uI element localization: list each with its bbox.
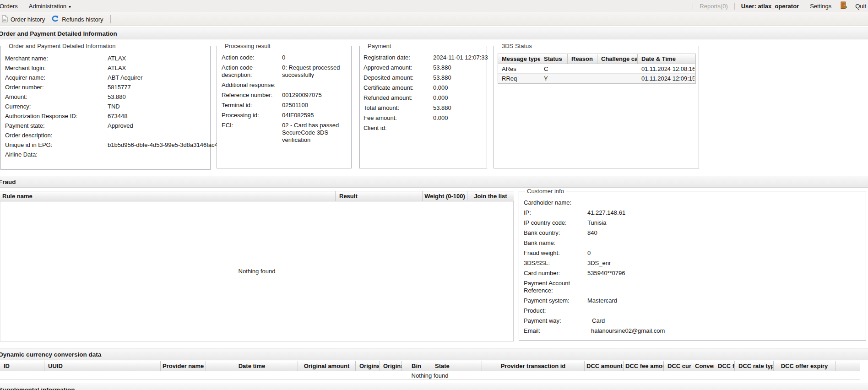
column-header[interactable]: ID (0, 361, 44, 371)
column-header[interactable]: Date time (206, 361, 298, 371)
menubar-item-quit[interactable]: Quit (850, 3, 868, 10)
menubar-item-administration[interactable]: Administration▾ (23, 3, 76, 10)
field-value (587, 306, 861, 316)
field-label: Cardholder name: (524, 198, 587, 208)
field-label: Payment system: (524, 296, 587, 306)
field-value: 0 (587, 248, 861, 258)
column-header[interactable]: Challenge cancel (597, 54, 638, 64)
user-label: User: atlax_operator (736, 3, 804, 10)
cell-status: C (540, 64, 568, 73)
column-header[interactable]: State (431, 361, 482, 371)
field-label: Product: (524, 306, 587, 316)
dcc-table: ID UUID Provider name Date time Original… (0, 361, 860, 380)
column-header[interactable]: Provider transaction id (482, 361, 585, 371)
divider (734, 3, 735, 10)
refunds-history-button[interactable]: Refunds history (49, 14, 108, 25)
panel-payment-legend: Payment (365, 43, 393, 49)
menu-bar: Orders Administration▾ Reports(0) User: … (0, 0, 868, 12)
field-label: Fee amount: (363, 113, 433, 123)
refresh-arrow-icon (51, 15, 59, 24)
column-header[interactable]: Rule name (0, 191, 336, 201)
field-value: 02501100 (282, 100, 347, 110)
field-label: Certificate amount: (363, 83, 433, 93)
field-label: Total amount: (363, 103, 433, 113)
column-header[interactable]: Original amount (298, 361, 356, 371)
field-value: 53.880 (433, 103, 488, 113)
menubar-item-orders[interactable]: Orders (0, 3, 23, 10)
field-value: 53.880 (108, 92, 218, 102)
panel-three-ds-status-legend: 3DS Status (499, 43, 534, 49)
dcc-table-body: Nothing found (0, 371, 860, 380)
field-label: Payment way: (524, 316, 587, 326)
panel-customer-info: Customer info Cardholder name: IP:41.227… (519, 191, 866, 341)
column-header-filler (835, 361, 860, 371)
chevron-down-icon: ▾ (69, 4, 71, 9)
section-header-fraud: Fraud (0, 176, 868, 188)
field-label: Action code description: (222, 63, 282, 80)
field-label: Reference number: (222, 90, 282, 100)
field-value (282, 80, 347, 90)
column-header[interactable]: Message type (498, 54, 540, 64)
column-header[interactable]: Status (540, 54, 568, 64)
menubar-item-settings[interactable]: Settings (804, 3, 837, 10)
field-label: Acquirer name: (5, 73, 108, 82)
field-value: ATLAX (108, 63, 218, 73)
field-label: Additional response: (222, 80, 282, 90)
field-label: Payment Account Reference: (524, 278, 587, 296)
field-value: 53.880 (433, 73, 488, 83)
field-label: Unique id in EPG: (5, 140, 108, 150)
field-label: Terminal id: (222, 100, 282, 110)
column-header[interactable]: DCC fee amount (624, 361, 664, 371)
column-header[interactable]: Original c (380, 361, 402, 371)
column-header[interactable]: Weight (0-100) (423, 191, 467, 201)
column-header[interactable]: Bin (402, 361, 431, 371)
field-value (587, 278, 861, 296)
column-header[interactable]: UUID (44, 361, 161, 371)
exit-door-icon[interactable] (841, 1, 848, 11)
field-value: Tunisia (587, 218, 861, 228)
section-header-supplemental: Supplemental information (0, 384, 868, 390)
cell-date-time: 01.11.2024 12:08:16 (638, 64, 694, 73)
field-value (108, 150, 218, 159)
field-value (433, 123, 488, 133)
field-label: Merchant login: (5, 63, 108, 73)
field-value: 535940**0796 (587, 268, 861, 278)
column-header[interactable]: DCC rate type (735, 361, 774, 371)
panel-order-info-legend: Order and Payment Detailed Information (6, 43, 118, 49)
refunds-history-label: Refunds history (62, 16, 103, 23)
cell-date-time: 01.11.2024 12:09:15 (638, 74, 694, 83)
fraud-table-header: Rule name Result Weight (0-100) Join the… (0, 191, 514, 201)
column-header[interactable]: DCC amount (585, 361, 624, 371)
field-value: 0.000 (433, 113, 488, 123)
menubar-item-reports[interactable]: Reports(0) (694, 3, 733, 10)
cell-status: Y (540, 74, 568, 83)
field-label: Client id: (363, 123, 433, 133)
field-value: Mastercard (587, 296, 861, 306)
table-row[interactable]: RReq Y 01.11.2024 12:09:15 (498, 74, 695, 83)
column-header[interactable]: Date & Time (638, 54, 694, 64)
field-label: Order number: (5, 82, 108, 92)
column-header[interactable]: Result (336, 191, 423, 201)
field-value: 840 (587, 228, 861, 238)
field-value: TND (108, 102, 218, 111)
column-header[interactable]: DCC offer expiry (774, 361, 835, 371)
field-label: Merchant name: (5, 54, 108, 63)
column-header[interactable]: Original f (356, 361, 380, 371)
field-value (587, 238, 861, 248)
fraud-table: Rule name Result Weight (0-100) Join the… (0, 191, 514, 341)
column-header[interactable]: DCC fee (714, 361, 735, 371)
field-label: Order description: (5, 130, 108, 140)
order-history-button[interactable]: Order history (0, 14, 49, 25)
column-header[interactable]: Provider name (161, 361, 206, 371)
column-header[interactable]: DCC curr (664, 361, 691, 371)
field-label: ECI: (222, 120, 282, 145)
panel-processing-result-legend: Processing result (222, 43, 273, 49)
divider (110, 15, 111, 23)
cell-challenge-cancel (597, 64, 638, 73)
column-header[interactable]: Reason (568, 54, 597, 64)
column-header[interactable]: Conversi (691, 361, 714, 371)
column-header[interactable]: Join the list (467, 191, 514, 201)
cell-reason (568, 64, 597, 73)
table-row[interactable]: ARes C 01.11.2024 12:08:16 (498, 64, 695, 74)
field-label: Processing id: (222, 110, 282, 120)
